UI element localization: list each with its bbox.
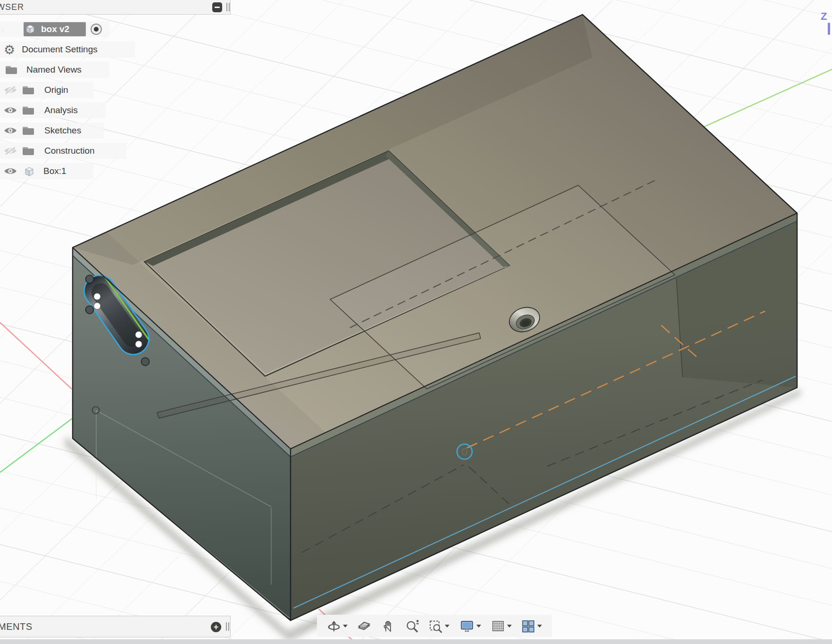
eye-icon[interactable] [4,166,17,176]
look-at-button[interactable] [357,619,371,633]
comments-panel-title: MENTS [0,621,33,632]
fusion-canvas[interactable]: WSER › box v2 ⚙ Document Settings Named … [0,0,832,644]
selected-component-pill[interactable]: box v2 [24,22,86,36]
browser-item-document-settings[interactable]: ⚙ Document Settings [0,41,135,58]
browser-item-box-v2[interactable]: box v2 [0,21,109,37]
display-settings-icon [459,619,474,633]
folder-icon [22,125,35,136]
window-bottom-strip [0,639,832,644]
pan-hand-icon [381,619,395,633]
menu-caret-icon[interactable] [507,625,512,627]
grid-icon [491,619,505,633]
navigation-toolbar [317,615,552,637]
browser-item-named-views[interactable]: Named Views [0,62,109,78]
menu-caret-icon[interactable] [537,625,542,627]
comments-panel-header[interactable]: MENTS + [0,616,231,637]
panel-drag-handle[interactable] [226,622,229,631]
window-zoom-button[interactable] [429,619,449,633]
row-label: Document Settings [22,44,98,55]
row-label: Origin [44,85,68,95]
folder-icon [22,84,35,96]
collapse-panel-button[interactable] [212,2,222,12]
browser-item-sketches[interactable]: Sketches [0,123,104,139]
model-viewport[interactable] [0,0,832,644]
zoom-button[interactable] [405,619,419,633]
add-comment-button[interactable]: + [211,622,221,632]
x-axis-red [0,322,72,389]
panel-drag-handle[interactable] [226,3,230,11]
row-label: Analysis [44,105,78,116]
y-axis-green [703,69,832,127]
menu-caret-icon[interactable] [343,625,348,627]
pan-button[interactable] [381,619,395,633]
eye-icon[interactable] [4,106,17,115]
zoom-icon [405,619,419,633]
grid-and-snaps-button[interactable] [491,619,512,633]
menu-caret-icon[interactable] [476,625,481,627]
folder-icon [22,145,35,157]
z-axis-arrow-icon [828,23,830,35]
row-label: Construction [44,146,95,156]
orbit-icon [327,619,341,633]
browser-panel-header[interactable]: WSER [0,0,231,15]
browser-item-construction[interactable]: Construction [0,143,126,159]
folder-icon [5,64,18,75]
browser-item-origin[interactable]: Origin [0,82,93,98]
row-label: Sketches [44,125,81,136]
browser-item-analysis[interactable]: Analysis [0,102,106,118]
eye-off-icon[interactable] [4,85,17,95]
folder-icon [22,105,35,116]
row-label: Box:1 [43,166,67,176]
viewports-icon [521,619,535,633]
menu-caret-icon[interactable] [445,625,449,627]
gear-icon: ⚙ [4,43,15,56]
component-name: box v2 [41,24,69,34]
z-axis-label[interactable]: Z [821,10,827,23]
component-icon [24,23,37,35]
browser-item-box-1[interactable]: Box:1 [0,163,93,179]
box-body[interactable] [73,15,797,620]
viewports-button[interactable] [521,619,542,633]
activate-component-radio[interactable] [91,24,102,35]
eye-off-icon[interactable] [4,146,17,156]
eye-icon[interactable] [4,126,17,135]
window-zoom-icon [429,619,443,633]
body-icon [23,165,36,177]
display-settings-button[interactable] [459,619,481,633]
orbit-button[interactable] [327,619,348,633]
row-label: Named Views [26,65,82,75]
browser-panel-title: WSER [0,2,24,12]
look-at-icon [357,619,371,633]
